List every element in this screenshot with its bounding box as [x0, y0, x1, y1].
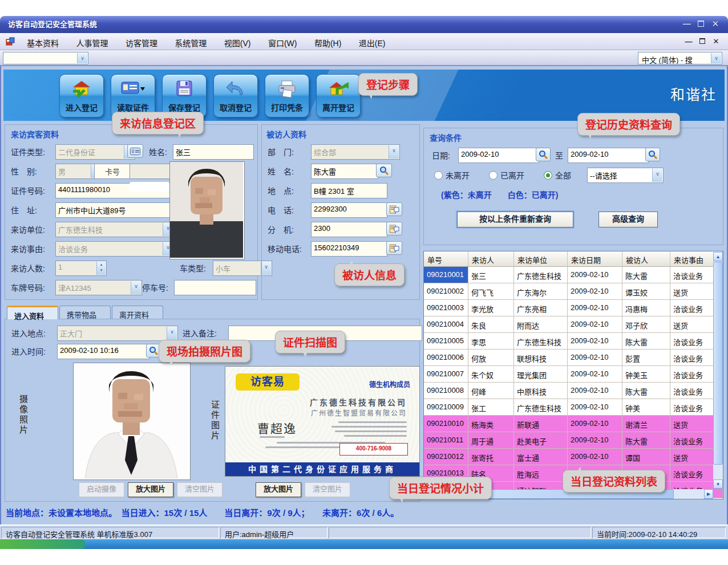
table-cell[interactable]: 邓子欣 — [622, 316, 670, 332]
table-row[interactable]: 090210001张三广东德生科技2009-02-10陈大雷洽谈业务 — [424, 267, 723, 283]
table-cell[interactable]: 090210004 — [424, 316, 468, 332]
zoom-cert-button[interactable]: 放大图片 — [256, 482, 301, 497]
clear-photo-button[interactable]: 清空图片 — [177, 482, 223, 497]
table-cell[interactable]: 张寄托 — [468, 449, 514, 465]
child-close-icon[interactable]: ✕ — [711, 38, 721, 46]
table-cell[interactable]: 朱良 — [468, 316, 514, 332]
table-header-cell[interactable]: 来访日期 — [568, 251, 622, 266]
table-row[interactable]: 090210002何飞飞广东海尔2009-02-10谭玉姣送货 — [424, 283, 723, 300]
parking-field[interactable] — [174, 280, 256, 295]
start-camera-button[interactable]: 启动摄像 — [79, 482, 124, 497]
table-cell[interactable]: 钟美玉 — [622, 366, 670, 382]
visitor-name-field[interactable]: 张三 — [173, 144, 254, 160]
ext-field[interactable]: 2300 — [311, 222, 387, 237]
child-restore-icon[interactable] — [697, 38, 707, 46]
radio-all[interactable]: 全部 — [544, 169, 571, 180]
table-cell[interactable]: 广东海尔 — [514, 283, 568, 299]
table-cell[interactable]: 090210003 — [424, 300, 468, 316]
menu-hr[interactable]: 人事管理 — [68, 33, 115, 48]
leave-register-button[interactable]: 离开登记 — [316, 74, 361, 117]
visited-name-field[interactable]: 陈大雷 — [311, 164, 378, 179]
table-cell[interactable]: 2009-02-10 — [568, 300, 622, 316]
table-row[interactable]: 090210011周于通赴美电子2009-02-10陈大雷洽谈业务 — [424, 432, 723, 449]
menu-visitor[interactable]: 访客管理 — [118, 33, 165, 48]
child-minimize-icon[interactable]: — — [683, 38, 694, 46]
clear-cert-button[interactable]: 清空图片 — [305, 482, 350, 497]
filter-select-combobox[interactable]: --请选择∨ — [587, 168, 664, 183]
tab-carried-items[interactable]: 携带物品 — [59, 306, 111, 319]
table-cell[interactable]: 广东德生科技 — [514, 399, 568, 415]
address-field[interactable]: 广州市中山大道89号 — [55, 202, 171, 218]
table-cell[interactable]: 090210009 — [424, 399, 468, 415]
table-cell[interactable]: 2009-02-10 — [568, 349, 622, 365]
table-cell[interactable]: 彭置 — [622, 349, 670, 365]
table-cell[interactable]: 2009-02-10 — [568, 366, 622, 382]
table-header-cell[interactable]: 来访人 — [468, 251, 514, 266]
table-cell[interactable]: 2009-02-10 — [568, 333, 622, 349]
phone-field[interactable]: 22992300 — [311, 202, 387, 218]
table-cell[interactable]: 何放 — [468, 349, 514, 365]
date-from-field[interactable]: 2009-02-10 — [458, 148, 539, 163]
radio-not-left[interactable]: 未离开 — [434, 169, 470, 180]
table-cell[interactable]: 附而达 — [514, 316, 568, 332]
table-cell[interactable]: 2009-02-10 — [568, 316, 622, 332]
card-no-field[interactable] — [130, 164, 171, 179]
table-cell[interactable]: 广东亮相 — [514, 300, 568, 316]
table-row[interactable]: 090210006何放联想科技2009-02-10彭置洽谈业务 — [424, 349, 723, 366]
card-reader-button[interactable] — [127, 144, 143, 158]
enter-register-button[interactable]: 进入登记 — [59, 74, 104, 117]
table-cell[interactable]: 090210007 — [424, 366, 468, 382]
table-cell[interactable]: 李思 — [468, 333, 514, 349]
scroll-down-icon[interactable]: ▼ — [713, 479, 723, 489]
count-spinner[interactable]: 1▲▼ — [55, 261, 107, 276]
spinner-arrows-icon[interactable]: ▲▼ — [96, 262, 106, 275]
table-row[interactable]: 090210005李思广东德生科技2009-02-10陈大雷洽谈业务 — [424, 333, 723, 349]
notify-ext-button[interactable] — [386, 222, 402, 235]
table-cell[interactable]: 谢清兰 — [622, 416, 670, 432]
table-cell[interactable]: 朱个奴 — [468, 366, 514, 382]
table-cell[interactable]: 090210012 — [424, 449, 468, 465]
menu-system[interactable]: 系统管理 — [167, 33, 214, 48]
table-cell[interactable]: 冯惠梅 — [622, 300, 670, 316]
mobile-field[interactable]: 15602210349 — [311, 241, 387, 257]
vertical-scroll-thumb[interactable] — [713, 262, 723, 465]
table-row[interactable]: 090210004朱良附而达2009-02-10邓子欣送货 — [424, 316, 723, 333]
reason-combobox[interactable]: 洽谈业务∨ — [55, 241, 174, 257]
menu-view[interactable]: 视图(V) — [217, 33, 258, 48]
table-cell[interactable]: 广东德生科技 — [514, 267, 568, 283]
table-cell[interactable]: 张三 — [468, 267, 514, 283]
table-cell[interactable]: 陈大雷 — [622, 267, 670, 283]
table-row[interactable]: 090210009张工广东德生科技2009-02-10钟美洽谈业务 — [424, 399, 723, 416]
table-row[interactable]: 090210003李光放广东亮相2009-02-10冯惠梅洽谈业务 — [424, 300, 723, 316]
restore-icon[interactable] — [695, 20, 706, 29]
cert-type-combobox[interactable]: 二代身份证∨ — [55, 144, 135, 160]
table-cell[interactable]: 钟美 — [622, 399, 670, 415]
advanced-query-button[interactable]: 高级查询 — [598, 212, 658, 227]
table-row[interactable]: 090210008何峰中原科技2009-02-10陈大雷洽谈业务 — [424, 383, 723, 399]
table-cell[interactable]: 李光放 — [468, 300, 514, 316]
date-to-field[interactable]: 2009-02-10 — [568, 148, 649, 163]
table-cell[interactable]: 中原科技 — [514, 383, 568, 399]
save-register-button[interactable]: 保存登记 — [162, 74, 207, 117]
table-cell[interactable]: 2009-02-10 — [568, 432, 622, 448]
menu-exit[interactable]: 退出(E) — [351, 33, 393, 48]
table-cell[interactable]: 谭国 — [622, 449, 670, 465]
read-card-button[interactable]: 读取证件 — [111, 74, 155, 117]
tab-leave-info[interactable]: 离开资料 — [112, 306, 163, 319]
menu-basic-data[interactable]: 基本资料 — [19, 33, 66, 48]
scroll-right-icon[interactable]: ▶ — [704, 489, 713, 499]
plate-combobox[interactable]: 津A12345∨ — [55, 280, 142, 295]
notify-mobile-button[interactable] — [386, 241, 402, 255]
chevron-down-icon[interactable]: ∨ — [711, 53, 721, 63]
search-person-button[interactable] — [376, 164, 392, 177]
zoom-photo-button[interactable]: 放大图片 — [128, 482, 173, 497]
table-cell[interactable]: 陈大雷 — [622, 383, 670, 399]
table-header-cell[interactable]: 来访单位 — [514, 251, 568, 266]
table-cell[interactable]: 何飞飞 — [468, 283, 514, 299]
radio-left[interactable]: 已离开 — [489, 169, 524, 180]
table-cell[interactable]: 090210010 — [424, 416, 468, 432]
menu-window[interactable]: 窗口(W) — [261, 33, 305, 48]
table-cell[interactable]: 张工 — [468, 399, 514, 415]
notify-phone-button[interactable] — [386, 202, 402, 216]
table-cell[interactable]: 2009-02-10 — [568, 267, 622, 283]
